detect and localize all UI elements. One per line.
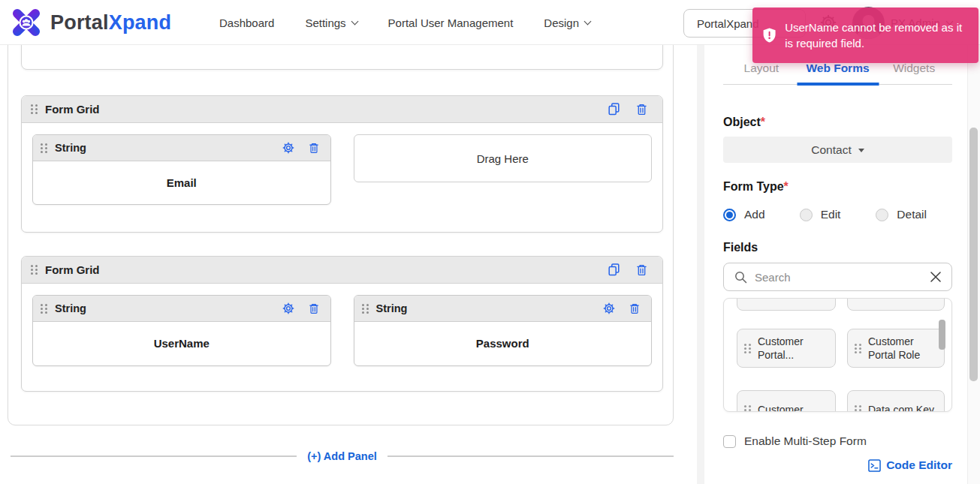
drag-handle-icon <box>744 298 751 299</box>
form-type-options: Add Edit Detail <box>723 208 952 221</box>
field-card-password[interactable]: String <box>354 295 653 366</box>
field-chip-customer-portal-role[interactable]: Customer Portal Role <box>847 329 945 368</box>
copy-icon[interactable] <box>608 263 620 276</box>
trash-icon[interactable] <box>636 103 647 116</box>
field-type: String <box>376 302 408 314</box>
field-chip[interactable] <box>847 298 945 311</box>
clear-search-icon[interactable] <box>930 272 941 282</box>
drag-handle-icon <box>744 405 751 413</box>
properties-sidebar: Layout Web Forms Widgets Object* Contact… <box>704 45 967 484</box>
field-chip-customer[interactable]: Customer <box>737 390 836 412</box>
drag-handle-icon[interactable] <box>31 265 38 275</box>
drag-handle-icon <box>855 344 861 353</box>
toast-message: UserName cannot be removed as it is requ… <box>785 20 969 51</box>
content-sidebar-divider <box>697 45 704 484</box>
code-editor-link[interactable]: Code Editor <box>723 458 952 472</box>
field-chip[interactable] <box>737 298 836 311</box>
fields-label: Fields <box>723 241 952 254</box>
add-panel-row: (+) Add Panel <box>11 450 674 462</box>
gear-icon[interactable] <box>282 302 294 314</box>
fields-search <box>723 263 952 291</box>
radio-unselected-icon <box>800 209 813 221</box>
brand-logo[interactable]: PortalXpand <box>10 6 171 39</box>
field-card-username[interactable]: String <box>32 295 331 366</box>
object-label: Object* <box>723 116 952 129</box>
gear-icon[interactable] <box>282 142 294 154</box>
main-nav: Dashboard Settings Portal User Managemen… <box>219 0 590 45</box>
chevron-down-icon <box>584 17 592 25</box>
caret-down-icon <box>858 149 864 152</box>
multi-step-row: Enable Multi-Step Form <box>723 434 952 448</box>
radio-unselected-icon <box>876 209 888 221</box>
divider-line <box>11 455 297 457</box>
shield-alert-icon <box>762 24 776 47</box>
required-asterisk: * <box>761 116 765 128</box>
scrollbar-thumb[interactable] <box>969 128 978 381</box>
divider-line <box>387 455 674 457</box>
form-grid-body: String <box>22 284 662 366</box>
multi-step-checkbox[interactable] <box>723 435 736 448</box>
search-icon <box>734 271 747 284</box>
field-label: UserName <box>33 322 330 365</box>
form-grid-header[interactable]: Form Grid <box>22 257 662 284</box>
form-grid-body: String <box>22 123 662 205</box>
field-type: String <box>55 142 86 154</box>
active-tab-indicator <box>797 83 879 86</box>
portalxpand-logo-icon <box>10 6 43 39</box>
nav-settings[interactable]: Settings <box>305 17 357 29</box>
form-grid-panel: Form Grid <box>21 256 663 392</box>
brand-name: PortalXpand <box>50 11 171 35</box>
drag-handle-icon[interactable] <box>362 304 369 314</box>
field-chip-customer-portal[interactable]: Customer Portal... <box>737 329 836 368</box>
form-grid-title: Form Grid <box>45 263 100 276</box>
field-type: String <box>55 302 86 314</box>
form-grid-title: Form Grid <box>45 103 100 116</box>
fields-list: Customer Portal... Customer Portal Role … <box>723 298 952 412</box>
required-asterisk: * <box>784 180 789 193</box>
nav-design[interactable]: Design <box>544 17 590 29</box>
field-card-email[interactable]: String <box>32 134 331 205</box>
nav-dashboard[interactable]: Dashboard <box>219 17 274 29</box>
trash-icon[interactable] <box>636 263 647 276</box>
gear-icon[interactable] <box>603 302 615 314</box>
add-panel-button[interactable]: (+) Add Panel <box>307 450 377 462</box>
portalxpand-form-builder: PortalXpand Dashboard Settings Portal Us… <box>0 0 980 484</box>
nav-portal-user-management[interactable]: Portal User Management <box>388 17 514 29</box>
object-select[interactable]: Contact <box>723 137 952 163</box>
radio-edit[interactable]: Edit <box>800 208 876 221</box>
drag-handle-icon[interactable] <box>41 143 47 153</box>
code-editor-icon <box>868 459 881 472</box>
page-scrollbar[interactable] <box>967 45 980 484</box>
form-grid-header[interactable]: Form Grid <box>22 96 662 123</box>
trash-icon[interactable] <box>309 142 319 154</box>
field-chip-datacom-key[interactable]: Data.com Key <box>847 390 945 412</box>
radio-add[interactable]: Add <box>723 208 800 221</box>
trash-icon[interactable] <box>309 302 319 314</box>
canvas-panel: Form Grid <box>8 30 674 425</box>
trash-icon[interactable] <box>629 302 640 314</box>
form-grid-panel: Form Grid <box>21 95 663 233</box>
drag-handle-icon <box>855 405 861 413</box>
copy-icon[interactable] <box>608 103 620 116</box>
drag-here-dropzone[interactable]: Drag Here <box>354 134 653 182</box>
drag-handle-icon[interactable] <box>41 304 47 314</box>
error-toast[interactable]: UserName cannot be removed as it is requ… <box>752 8 978 63</box>
drag-handle-icon <box>855 298 861 299</box>
drag-handle-icon[interactable] <box>31 104 38 114</box>
chevron-down-icon <box>351 17 358 25</box>
radio-selected-icon <box>723 209 736 221</box>
radio-detail[interactable]: Detail <box>876 208 952 221</box>
form-type-label: Form Type* <box>723 180 952 194</box>
field-label: Email <box>33 161 330 203</box>
field-label: Password <box>354 322 652 365</box>
fields-scroll-content: Customer Portal... Customer Portal Role … <box>724 298 951 412</box>
multi-step-label: Enable Multi-Step Form <box>744 434 867 448</box>
fields-list-scrollbar[interactable] <box>939 320 945 350</box>
drag-handle-icon <box>744 344 751 353</box>
search-input[interactable] <box>755 271 923 284</box>
